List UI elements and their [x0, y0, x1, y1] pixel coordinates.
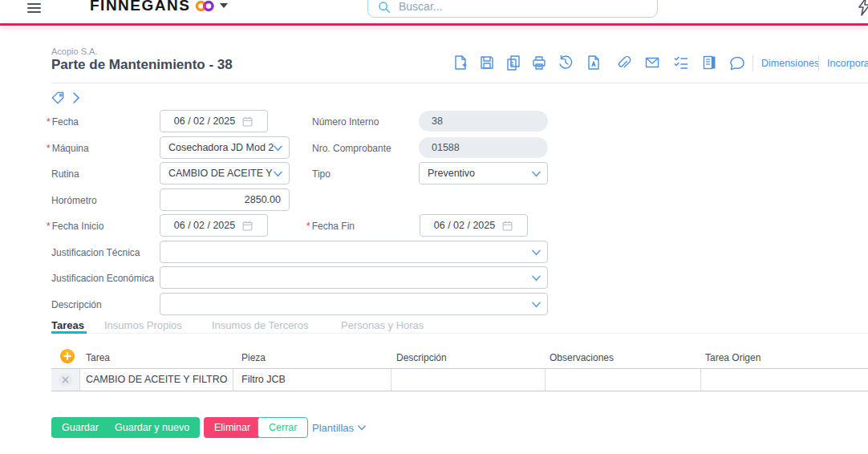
- accent-divider: [0, 23, 868, 26]
- maquina-select[interactable]: Cosechadora JD Mod 2: [160, 136, 290, 159]
- chevron-down-icon: [532, 302, 541, 308]
- justificacion-economica-select[interactable]: [160, 266, 548, 289]
- send-email-button[interactable]: [643, 55, 661, 72]
- speech-bubble-icon: [728, 55, 746, 72]
- calendar-icon[interactable]: [241, 116, 254, 128]
- chevron-down-icon: [532, 171, 541, 177]
- nro-comprobante-label: Nro. Comprobante: [312, 143, 391, 154]
- print-button[interactable]: [530, 55, 548, 72]
- global-search: [367, 0, 658, 18]
- new-document-button[interactable]: [452, 55, 469, 72]
- descripcion-select[interactable]: [160, 293, 548, 315]
- fecha-inicio-input[interactable]: 06 / 02 / 2025: [160, 214, 268, 237]
- tag-icon: [51, 91, 66, 106]
- column-header-pieza: Pieza: [241, 352, 266, 363]
- new-document-icon: [452, 55, 468, 71]
- column-header-descripcion: Descripción: [396, 352, 447, 363]
- attachments-button[interactable]: [614, 55, 632, 72]
- brand-caret-icon: [220, 3, 228, 8]
- paperclip-icon: [615, 55, 631, 71]
- tab-personas-y-horas[interactable]: Personas y Horas: [341, 319, 424, 331]
- guardar-y-nuevo-button[interactable]: Guardar y nuevo: [104, 417, 200, 438]
- active-tab-underline: [51, 331, 87, 334]
- top-bar: FINNEGANS: [0, 0, 868, 24]
- tab-tareas[interactable]: Tareas: [51, 319, 84, 331]
- app-window: FINNEGANS Acopio S.A. Parte de Mantenimi…: [0, 0, 868, 454]
- checklist-button[interactable]: [672, 55, 690, 72]
- calendar-icon[interactable]: [501, 220, 513, 232]
- tags-button[interactable]: [50, 91, 66, 107]
- nro-comprobante-field: 01588: [419, 137, 548, 158]
- brand-menu[interactable]: FINNEGANS: [90, 0, 228, 14]
- tab-insumos-de-terceros[interactable]: Insumos de Terceros: [212, 319, 308, 331]
- tabs-baseline: [51, 333, 868, 334]
- chevron-right-icon: [71, 91, 81, 104]
- horometro-input[interactable]: 2850.00: [160, 188, 290, 211]
- eliminar-button[interactable]: Eliminar: [204, 417, 261, 438]
- header-divider: [51, 83, 868, 83]
- print-icon: [531, 55, 547, 71]
- column-header-tarea: Tarea: [86, 352, 110, 363]
- chevron-down-icon: [532, 275, 541, 282]
- rutina-label: Rutina: [51, 168, 79, 180]
- save-icon: [479, 55, 495, 71]
- rutina-select[interactable]: CAMBIO DE ACEITE Y: [160, 162, 290, 184]
- related-documents-button[interactable]: [700, 55, 718, 72]
- cell-tarea[interactable]: CAMBIO DE ACEITE Y FILTRO: [86, 374, 227, 385]
- copy-button[interactable]: [505, 55, 522, 72]
- page-title: Parte de Mantenimiento - 38: [51, 57, 233, 73]
- lightning-icon[interactable]: [855, 0, 868, 17]
- expand-section-button[interactable]: [68, 91, 84, 107]
- calendar-icon[interactable]: [241, 220, 254, 232]
- cell-divider: [233, 369, 233, 391]
- fecha-input[interactable]: 06 / 02 / 2025: [160, 110, 268, 132]
- history-button[interactable]: [557, 55, 574, 72]
- chevron-down-icon: [532, 249, 541, 256]
- x-icon: [62, 376, 69, 383]
- export-document-button[interactable]: [585, 55, 602, 72]
- comments-button[interactable]: [728, 55, 746, 72]
- brand-name: FINNEGANS: [90, 0, 190, 14]
- guardar-button[interactable]: Guardar: [51, 417, 109, 438]
- cerrar-button[interactable]: Cerrar: [258, 417, 308, 438]
- justificacion-tecnica-select[interactable]: [160, 241, 548, 263]
- tipo-select[interactable]: Preventivo: [419, 162, 548, 184]
- save-button[interactable]: [478, 55, 496, 72]
- column-header-tarea-origen: Tarea Origen: [705, 352, 761, 363]
- chevron-down-icon: [274, 171, 282, 177]
- search-input[interactable]: [397, 0, 649, 14]
- envelope-icon: [644, 55, 660, 71]
- cell-divider: [545, 369, 546, 391]
- table-header-border: [51, 368, 868, 369]
- chevron-down-icon: [358, 425, 366, 431]
- history-icon: [558, 55, 574, 71]
- fecha-fin-label: *Fecha Fin: [306, 221, 355, 232]
- search-icon: [378, 1, 391, 14]
- delete-row-button[interactable]: [59, 373, 72, 387]
- plus-icon: [63, 352, 71, 360]
- copy-icon: [505, 55, 521, 71]
- export-document-icon: [586, 55, 602, 71]
- plantillas-button[interactable]: Plantillas: [309, 417, 369, 438]
- dimensiones-link[interactable]: Dimensiones: [761, 58, 819, 69]
- fecha-inicio-label: *Fecha Inicio: [47, 221, 103, 232]
- horometro-label: Horómetro: [51, 195, 97, 206]
- cell-divider: [391, 369, 391, 391]
- numero-interno-label: Número Interno: [312, 116, 379, 128]
- cell-pieza[interactable]: Filtro JCB: [241, 374, 286, 385]
- tab-insumos-propios[interactable]: Insumos Propios: [104, 319, 182, 331]
- numero-interno-field: 38: [419, 111, 548, 132]
- add-row-button[interactable]: [60, 349, 75, 363]
- incorporar-link[interactable]: Incorporar e: [827, 58, 868, 69]
- cell-divider: [79, 369, 80, 391]
- maquina-label: *Máquina: [47, 143, 89, 154]
- infinity-logo-icon: [195, 0, 215, 14]
- menu-button[interactable]: [27, 1, 43, 15]
- table-row-border: [51, 391, 868, 391]
- chevron-down-icon: [274, 145, 282, 152]
- fecha-fin-input[interactable]: 06 / 02 / 2025: [420, 214, 528, 237]
- descripcion-label: Descripción: [51, 299, 102, 310]
- document-notes-icon: [701, 55, 717, 71]
- justificacion-tecnica-label: Justificacion Técnica: [51, 247, 140, 258]
- column-header-observaciones: Observaciones: [550, 352, 614, 363]
